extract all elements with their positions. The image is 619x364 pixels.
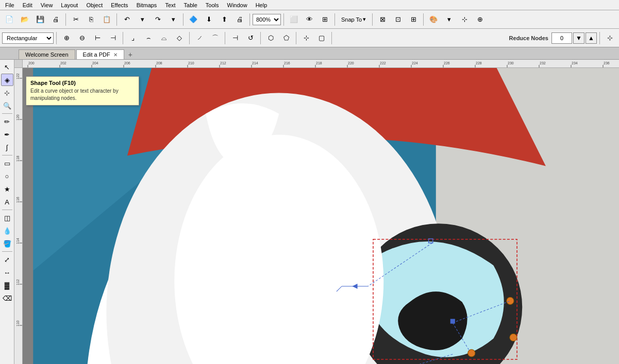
svg-point-17 bbox=[468, 350, 475, 357]
reduce-nodes-input[interactable] bbox=[551, 32, 572, 44]
tool-gradient[interactable]: ◫ bbox=[1, 212, 13, 224]
view-btn1[interactable]: ⬜ bbox=[287, 12, 301, 27]
symmetric-btn[interactable]: ⌓ bbox=[157, 31, 171, 45]
tab-bar: Welcome Screen Edit a PDF ✕ + bbox=[0, 47, 619, 60]
tool-node[interactable]: ◈ bbox=[1, 74, 13, 86]
add-btn[interactable]: ⊕ bbox=[473, 12, 487, 27]
tool-dropper[interactable]: 💧 bbox=[1, 224, 13, 237]
tool-measure[interactable]: ↔ bbox=[1, 266, 13, 279]
extra-tool-btn[interactable]: ⊹ bbox=[603, 31, 617, 45]
menu-bitmaps[interactable]: Bitmaps bbox=[132, 1, 161, 9]
redo-button[interactable]: ↷ bbox=[150, 12, 165, 27]
tool-star[interactable]: ★ bbox=[1, 183, 13, 195]
undo-dropdown[interactable]: ▾ bbox=[135, 12, 149, 27]
separator bbox=[260, 32, 261, 44]
menu-object[interactable]: Object bbox=[82, 1, 107, 9]
tool-tweak[interactable]: ⊹ bbox=[1, 86, 13, 99]
separator bbox=[56, 32, 57, 44]
extra-btn[interactable]: ⊹ bbox=[457, 12, 472, 27]
separator bbox=[331, 32, 332, 44]
open-button[interactable]: 📂 bbox=[18, 12, 32, 27]
tool-pencil[interactable]: ✏ bbox=[1, 115, 13, 128]
reduce-nodes-up[interactable]: ▲ bbox=[585, 32, 597, 44]
tool-rect[interactable]: ▭ bbox=[1, 157, 13, 169]
tool-selector[interactable]: ↖ bbox=[1, 61, 13, 73]
tool-paint[interactable]: 🪣 bbox=[1, 237, 13, 250]
snap-btn2[interactable]: ⊡ bbox=[391, 12, 405, 27]
separator bbox=[249, 13, 250, 26]
menu-layout[interactable]: Layout bbox=[57, 1, 82, 9]
add-node-btn[interactable]: ⊕ bbox=[59, 31, 74, 45]
menu-text[interactable]: Text bbox=[161, 1, 179, 9]
color-picker-btn[interactable]: 🎨 bbox=[426, 12, 441, 27]
tool-zoom[interactable]: 🔍 bbox=[1, 99, 13, 112]
tool-ellipse[interactable]: ○ bbox=[1, 170, 13, 182]
ruler-left-canvas bbox=[14, 68, 23, 364]
view-btn2[interactable]: 👁 bbox=[302, 12, 316, 27]
add-tab-button[interactable]: + bbox=[125, 50, 136, 59]
toolbox: ↖ ◈ ⊹ 🔍 ✏ ✒ ∫ ▭ ○ ★ A ◫ 💧 🪣 ⤢ ↔ ▓ ⌫ bbox=[0, 60, 14, 364]
separator bbox=[599, 32, 600, 44]
view-btn3[interactable]: ⊞ bbox=[317, 12, 332, 27]
import-btn[interactable]: ⬇ bbox=[202, 12, 216, 27]
tool-pen[interactable]: ✒ bbox=[1, 128, 13, 141]
export-btn[interactable]: ⬆ bbox=[217, 12, 231, 27]
tab-welcome-screen[interactable]: Welcome Screen bbox=[19, 49, 75, 59]
shape-type-select[interactable]: Rectangular SmoothSymmetricAuto-Smooth bbox=[2, 32, 54, 44]
shape-toolbar: Rectangular SmoothSymmetricAuto-Smooth ⊕… bbox=[0, 29, 619, 47]
to-path-btn[interactable]: ⬡ bbox=[263, 31, 278, 45]
new-button[interactable]: 📄 bbox=[2, 12, 16, 27]
main-area: ↖ ◈ ⊹ 🔍 ✏ ✒ ∫ ▭ ○ ★ A ◫ 💧 🪣 ⤢ ↔ ▓ ⌫ bbox=[0, 60, 619, 364]
tool-calligraphy[interactable]: ∫ bbox=[1, 141, 13, 153]
menu-view[interactable]: View bbox=[37, 1, 57, 9]
palette-dropdown-btn[interactable]: ▾ bbox=[442, 12, 456, 27]
smooth-btn[interactable]: ⌢ bbox=[141, 31, 156, 45]
tool-separator bbox=[2, 251, 12, 252]
canvas-wrapper[interactable]: Shape Tool (F10) Edit a curve object or … bbox=[23, 68, 619, 364]
tool-text[interactable]: A bbox=[1, 196, 13, 208]
reverse-btn[interactable]: ↺ bbox=[243, 31, 258, 45]
zoom-select[interactable]: 800% 400%200%100%50% bbox=[253, 14, 281, 25]
save-button[interactable]: 💾 bbox=[33, 12, 47, 27]
tool-connector[interactable]: ⤢ bbox=[1, 253, 13, 266]
curve-seg-btn[interactable]: ⌒ bbox=[208, 31, 222, 45]
inkscape-btn[interactable]: 🔷 bbox=[186, 12, 200, 27]
snap-btn1[interactable]: ⊠ bbox=[375, 12, 390, 27]
reduce-nodes-down[interactable]: ▼ bbox=[573, 32, 584, 44]
snap-to-button[interactable]: Snap To ▾ bbox=[338, 14, 370, 24]
print2-btn[interactable]: 🖨 bbox=[232, 12, 247, 27]
tab-edit-pdf[interactable]: Edit a PDF ✕ bbox=[76, 49, 124, 59]
paste-button[interactable]: 📋 bbox=[99, 12, 114, 27]
break-nodes-btn[interactable]: ⊣ bbox=[106, 31, 120, 45]
cut-button[interactable]: ✂ bbox=[69, 12, 83, 27]
stroke-to-path-btn[interactable]: ⬠ bbox=[279, 31, 293, 45]
tool-spray[interactable]: ▓ bbox=[1, 279, 13, 291]
join-nodes-btn[interactable]: ⊢ bbox=[90, 31, 105, 45]
menu-window[interactable]: Window bbox=[223, 1, 252, 9]
delete-node-btn[interactable]: ⊖ bbox=[75, 31, 89, 45]
menu-table[interactable]: Table bbox=[180, 1, 202, 9]
node-end-btn[interactable]: ⊣ bbox=[228, 31, 242, 45]
menu-tools[interactable]: Tools bbox=[202, 1, 223, 9]
copy-button[interactable]: ⎘ bbox=[84, 12, 98, 27]
print-button[interactable]: 🖨 bbox=[48, 12, 63, 27]
menu-edit[interactable]: Edit bbox=[19, 1, 37, 9]
undo-button[interactable]: ↶ bbox=[120, 12, 134, 27]
snap-btn3[interactable]: ⊞ bbox=[406, 12, 421, 27]
corner-btn[interactable]: ⌟ bbox=[126, 31, 140, 45]
redo-dropdown[interactable]: ▾ bbox=[166, 12, 180, 27]
canvas-area[interactable]: Shape Tool (F10) Edit a curve object or … bbox=[14, 60, 619, 364]
separator bbox=[116, 13, 117, 26]
show-outline-btn[interactable]: ▢ bbox=[314, 31, 329, 45]
line-seg-btn[interactable]: ⟋ bbox=[192, 31, 207, 45]
menu-help[interactable]: Help bbox=[252, 1, 272, 9]
tab-close-icon[interactable]: ✕ bbox=[113, 52, 118, 58]
show-handles-btn[interactable]: ⊹ bbox=[299, 31, 313, 45]
reduce-nodes-label: Reduce Nodes bbox=[509, 35, 548, 41]
separator bbox=[65, 13, 66, 26]
menu-effects[interactable]: Effects bbox=[107, 1, 132, 9]
tool-eraser[interactable]: ⌫ bbox=[1, 292, 13, 304]
cusp-btn[interactable]: ◇ bbox=[172, 31, 187, 45]
menu-file[interactable]: File bbox=[1, 1, 19, 9]
tab-edit-pdf-label: Edit a PDF bbox=[83, 51, 110, 58]
